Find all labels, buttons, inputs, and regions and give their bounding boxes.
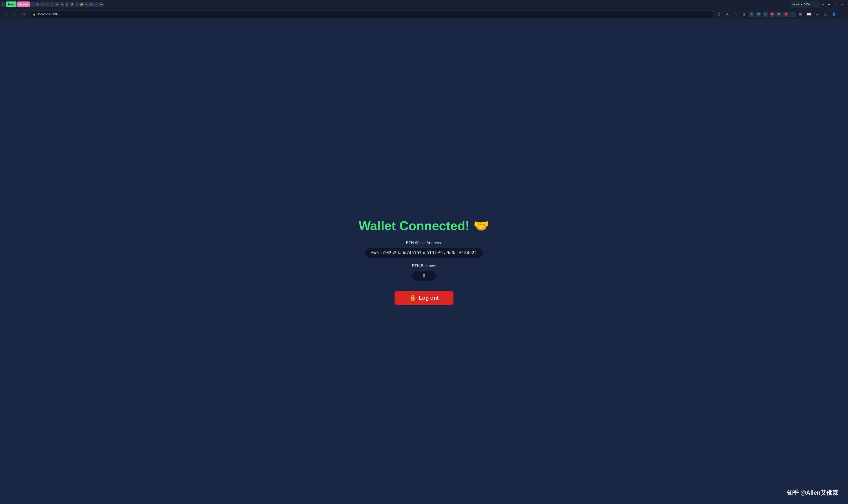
- ext-icon-2[interactable]: ◈: [35, 2, 40, 7]
- address-bar[interactable]: 🔒 localhost:3000: [29, 11, 714, 18]
- ext-icon-3[interactable]: V: [40, 2, 44, 7]
- tab-mcake[interactable]: mcake: [17, 1, 30, 7]
- address-bar-row: ← → ↻ 🔒 localhost:3000 ⊡ A ☆ {} ⚙ 🌐 🛡 ⛔ …: [0, 9, 848, 19]
- ext-icon-6[interactable]: D: [55, 2, 59, 7]
- logout-lock-icon: 🔒: [409, 295, 416, 301]
- ext-icon-13[interactable]: ▶: [89, 2, 94, 7]
- ext-btn-3[interactable]: 🛡: [763, 12, 768, 17]
- balance-label: ETH Balance:: [412, 264, 436, 268]
- minimize-button[interactable]: ─: [826, 2, 831, 7]
- active-tab-label: localhost:3000: [793, 3, 810, 6]
- maximize-button[interactable]: □: [833, 2, 838, 7]
- reload-button[interactable]: ↻: [20, 11, 27, 18]
- tab-bar: ⊙ learn mcake V ◈ V L L D ◉ ◉ 🦊 ⬡ 🍰 ⊞ ▶ …: [0, 0, 848, 9]
- window-controls: ─ □ ✕: [826, 2, 847, 7]
- ext-btn-6[interactable]: 🔴: [783, 12, 789, 17]
- sidebar-icon[interactable]: ⊞: [797, 11, 804, 18]
- ext-icon-10[interactable]: ⬡: [75, 2, 79, 7]
- ext-btn-7[interactable]: TP: [790, 12, 795, 17]
- watermark: 知乎 @Allen艾佛森: [787, 489, 838, 497]
- ext-icon-12[interactable]: ⊞: [85, 2, 89, 7]
- wallet-title-text: Wallet Connected!: [359, 218, 470, 233]
- reading-icon[interactable]: 📖: [805, 11, 812, 18]
- ext-icon-5[interactable]: L: [50, 2, 54, 7]
- browser-chrome: ⊙ learn mcake V ◈ V L L D ◉ ◉ 🦊 ⬡ 🍰 ⊞ ▶ …: [0, 0, 848, 19]
- ext-icon-14[interactable]: T: [94, 2, 98, 7]
- tab-learn[interactable]: learn: [6, 1, 16, 7]
- toolbar-right: ⊡ A ☆ {} ⚙ 🌐 🛡 ⛔ R 🔴 TP ⊞ 📖 ★ 🗂 👤 …: [716, 11, 846, 18]
- ext-icon-1[interactable]: V: [31, 2, 35, 7]
- ext-icon-15[interactable]: TP: [99, 2, 104, 7]
- font-icon[interactable]: A: [724, 11, 731, 18]
- lock-icon: 🔒: [33, 13, 36, 16]
- avatar-icon[interactable]: 👤: [830, 11, 837, 18]
- tab-close-icon[interactable]: ✕: [815, 3, 817, 6]
- profile-icon[interactable]: ⊙: [1, 2, 5, 7]
- address-label: ETH Wallet Address:: [406, 241, 442, 245]
- url-display: localhost:3000: [38, 12, 59, 16]
- wallet-title: Wallet Connected! 🤝: [359, 218, 489, 233]
- back-button[interactable]: ←: [2, 11, 9, 18]
- favorites-icon[interactable]: ★: [814, 11, 820, 18]
- ext-icon-9[interactable]: 🦊: [70, 2, 74, 7]
- ext-icon-11[interactable]: 🍰: [79, 2, 84, 7]
- ext-btn-2[interactable]: 🌐: [756, 12, 761, 17]
- active-tab[interactable]: localhost:3000 ✕: [790, 1, 819, 8]
- collections-icon[interactable]: 🗂: [822, 11, 829, 18]
- wallet-address: 0x6fb102a2dadd745163ac519fe9fa9d0af0184b…: [364, 248, 484, 258]
- tab-favicon-area: ⊙ learn mcake V ◈ V L L D ◉ ◉ 🦊 ⬡ 🍰 ⊞ ▶ …: [1, 1, 790, 7]
- more-button[interactable]: …: [839, 11, 846, 18]
- new-tab-button[interactable]: ＋: [820, 1, 826, 7]
- handshake-icon: 🤝: [473, 218, 489, 233]
- ext-icon-4[interactable]: L: [45, 2, 50, 7]
- ext-btn-4[interactable]: ⛔: [770, 12, 775, 17]
- bookmark-icon[interactable]: ☆: [732, 11, 739, 18]
- ext-icon-8[interactable]: ◉: [65, 2, 69, 7]
- cast-icon[interactable]: ⊡: [716, 11, 722, 18]
- close-button[interactable]: ✕: [840, 2, 845, 7]
- tab-icons: V ◈ V L L D ◉ ◉ 🦊 ⬡ 🍰 ⊞ ▶ T TP: [31, 2, 104, 7]
- forward-button[interactable]: →: [11, 11, 18, 18]
- eth-balance: 0: [412, 271, 436, 281]
- page-content: Wallet Connected! 🤝 ETH Wallet Address: …: [0, 19, 848, 504]
- ext-btn-5[interactable]: R: [776, 12, 782, 17]
- code-icon[interactable]: {}: [741, 11, 747, 18]
- logout-button[interactable]: 🔒 Log out: [395, 291, 453, 305]
- ext-btn-1[interactable]: ⚙: [749, 12, 754, 17]
- ext-icon-7[interactable]: ◉: [60, 2, 64, 7]
- logout-label: Log out: [419, 295, 439, 301]
